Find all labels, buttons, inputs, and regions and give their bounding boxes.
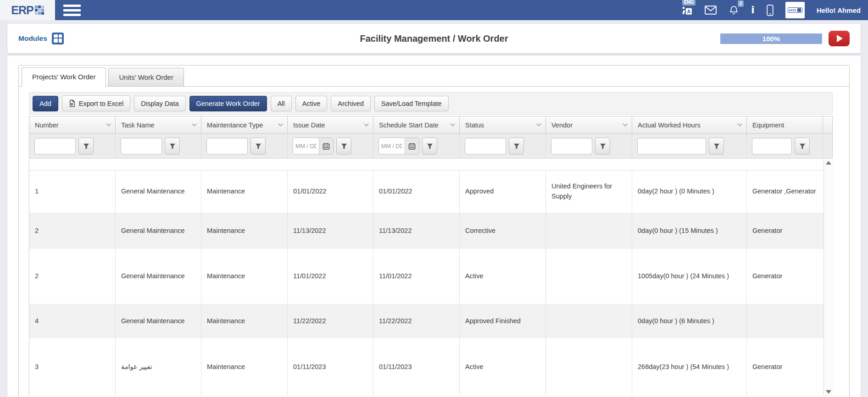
cell-task-name: تغيير عوامة [116,338,201,396]
display-data-button[interactable]: Display Data [134,96,185,111]
cell-schedule-start-date: 11/01/2022 [373,249,460,304]
filter-input-number[interactable] [34,138,76,154]
cell-actual-worked-hours: 0day(2 hour ) (0 Minutes ) [632,171,747,213]
filter-button-schedule-start-date[interactable] [422,138,437,154]
user-avatar[interactable] [785,2,805,18]
scroll-up-icon[interactable] [826,161,831,165]
filter-active-button[interactable]: Active [295,96,328,111]
chevron-down-icon[interactable] [623,123,628,127]
filter-button-issue-date[interactable] [336,138,351,154]
modules-label: Modules [18,34,47,43]
table-row[interactable]: 4General MaintenanceMaintenance11/22/202… [29,304,823,338]
chevron-down-icon[interactable] [536,123,541,127]
tab-projects-work-order[interactable]: Projects' Work Order [22,67,106,87]
cell-schedule-start-date: 01/11/2023 [373,338,460,396]
filter-input-status[interactable] [465,138,506,154]
cell-status: Approved Finished [460,304,546,338]
panel-content: Add Export to Excel Display Data Generat… [19,87,849,396]
filter-input-actual-worked-hours[interactable] [637,138,706,154]
filter-button-number[interactable] [78,138,94,154]
cell-maintentance-type: Maintenance [201,213,288,249]
table-row[interactable]: 2General MaintenanceMaintenance11/01/202… [29,249,823,304]
cell-vendor [546,213,632,249]
chevron-down-icon[interactable] [106,123,111,127]
cell-number: 1 [29,171,116,213]
progress-bar: 100% [720,33,822,44]
filter-cell-vendor [546,134,632,158]
column-header-status[interactable]: Status [460,116,546,133]
chevron-down-icon[interactable] [737,123,742,127]
user-greeting[interactable]: Hello! Ahmed [817,6,861,14]
column-header-number[interactable]: Number [29,116,116,133]
hamburger-menu-icon[interactable] [63,2,81,18]
filter-input-vendor[interactable] [551,138,592,154]
cell-maintentance-type: Maintenance [201,171,288,213]
erpa-logo-pixels [35,6,44,15]
cell-maintentance-type: Maintenance [201,249,288,304]
filter-scrollbar-spacer [823,134,832,158]
chevron-down-icon[interactable] [364,123,369,127]
column-header-schedule-start-date[interactable]: Schedule Start Date [373,116,460,133]
calendar-button-schedule-start-date[interactable] [405,138,419,154]
filter-cell-task-name [116,134,201,158]
cell-schedule-start-date: 11/22/2022 [373,304,460,338]
filter-input-task-name[interactable] [121,138,162,154]
table-row[interactable]: 3تغيير عوامةMaintenance01/11/202301/11/2… [29,338,823,396]
column-header-vendor[interactable]: Vendor [546,116,632,133]
erpa-logo[interactable]: ERP [0,0,55,20]
column-header-issue-date[interactable]: Issue Date [288,116,373,133]
filter-all-button[interactable]: All [271,96,292,111]
add-button[interactable]: Add [33,96,58,111]
chevron-down-icon[interactable] [192,123,197,127]
cell-equipment: Generator [747,213,823,249]
tab-units-work-order[interactable]: Units' Work Order [108,68,184,86]
filter-funnel-icon [427,143,433,149]
export-to-excel-button[interactable]: Export to Excel [62,95,131,111]
column-header-equipment[interactable]: Equipment [747,116,823,133]
filter-button-actual-worked-hours[interactable] [709,138,724,154]
table-row[interactable]: 1General MaintenanceMaintenance01/01/202… [29,171,823,213]
cell-task-name: General Maintenance [116,213,201,249]
mobile-icon[interactable] [767,5,773,16]
play-button[interactable] [829,31,850,46]
chevron-down-icon[interactable] [450,123,455,127]
filter-button-task-name[interactable] [165,138,180,154]
filter-date-input-issue-date[interactable] [293,138,319,154]
column-header-task-name[interactable]: Task Name [116,116,201,133]
vertical-scrollbar[interactable] [823,159,833,396]
cell-equipment [747,304,823,338]
calendar-button-issue-date[interactable] [319,138,333,154]
filter-archived-button[interactable]: Archived [331,96,370,111]
scroll-down-icon[interactable] [826,390,831,394]
column-header-actual-worked-hours[interactable]: Actual Worked Hours [632,116,747,133]
save-load-template-button[interactable]: Save/Load Template [374,96,449,111]
language-icon[interactable]: ENG A [681,4,693,16]
cell-vendor [546,338,632,396]
filter-button-status[interactable] [509,138,524,154]
mail-icon[interactable] [705,6,717,15]
cell-status: Corrective [460,213,546,249]
filter-button-equipment[interactable] [795,138,810,154]
erpa-logo-text: ERP [11,4,33,17]
generate-work-order-button[interactable]: Generate Work Order [189,96,267,111]
filter-cell-maintentance-type [201,134,288,158]
filter-button-maintentance-type[interactable] [250,138,266,154]
filter-button-vendor[interactable] [595,138,610,154]
filter-input-maintentance-type[interactable] [206,138,248,154]
column-header-label: Status [465,121,484,129]
chevron-down-icon[interactable] [278,123,283,127]
notifications-bell-icon[interactable]: 2 [729,5,739,16]
filter-cell-actual-worked-hours [632,134,747,158]
filter-date-input-schedule-start-date[interactable] [379,138,405,154]
play-icon [837,35,843,42]
cell-issue-date: 11/22/2022 [288,304,373,338]
column-header-maintentance-type[interactable]: Maintentance Type [201,116,288,133]
cell-issue-date: 11/13/2022 [288,213,373,249]
column-header-label: Maintentance Type [207,121,263,129]
modules-link[interactable]: Modules [7,33,64,44]
info-icon[interactable]: i [751,5,755,15]
cell-issue-date: 11/01/2022 [288,249,373,304]
calendar-icon [408,143,416,150]
table-row[interactable]: 2General MaintenanceMaintenance11/13/202… [29,213,823,249]
filter-input-equipment[interactable] [752,138,792,154]
